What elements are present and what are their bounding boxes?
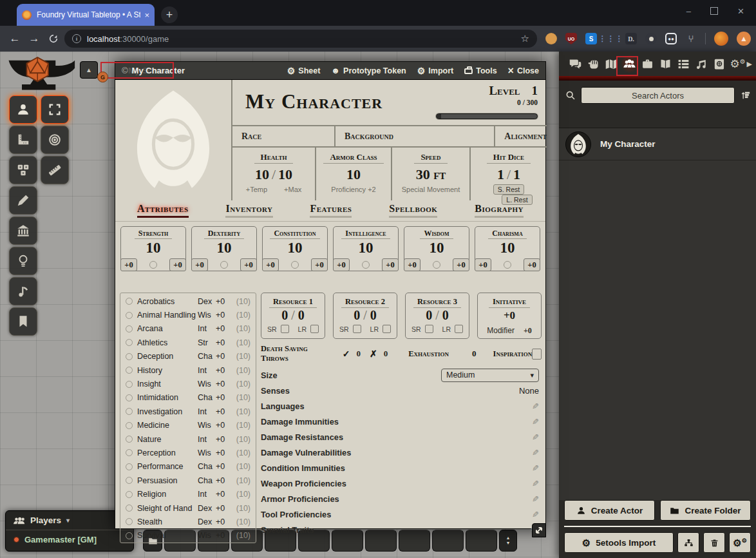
tab-playlists[interactable] [693, 54, 711, 73]
sheet-tab[interactable]: Inventory [225, 203, 272, 221]
drawing-tools-button[interactable] [9, 186, 37, 215]
5etools-import-button[interactable]: ⚙ 5etools Import [564, 532, 674, 553]
level-value[interactable]: 1 [532, 84, 538, 97]
skill-proficiency-radio[interactable] [126, 532, 133, 539]
save-proficiency-radio[interactable] [220, 261, 228, 269]
sheet-window-button[interactable]: Sheet [287, 66, 321, 76]
ability-score[interactable]: 10 [192, 240, 256, 255]
token-controls-button[interactable] [9, 95, 37, 124]
darkreader-extension-icon[interactable]: D. [625, 33, 637, 44]
skill-proficiency-radio[interactable] [126, 422, 133, 429]
sheet-window-button[interactable]: Close [508, 65, 539, 77]
tab-compendium[interactable] [711, 54, 729, 73]
death-failure-count[interactable]: 0 [384, 349, 388, 359]
skill-proficiency-radio[interactable] [126, 298, 133, 305]
window-minimize-icon[interactable]: – [686, 6, 691, 16]
delete-button[interactable] [703, 532, 725, 553]
skill-proficiency-radio[interactable] [126, 367, 133, 374]
create-actor-button[interactable]: Create Actor [564, 500, 655, 521]
browser-tab[interactable]: Foundry Virtual Tabletop • A Stan × [17, 4, 155, 26]
trait-edit-icon[interactable] [532, 432, 539, 442]
create-folder-button[interactable]: Create Folder [660, 500, 751, 521]
trait-edit-icon[interactable] [532, 448, 539, 457]
skill-proficiency-radio[interactable] [126, 325, 133, 332]
skill-proficiency-radio[interactable] [126, 477, 133, 484]
long-rest-checkbox[interactable] [310, 325, 319, 333]
window-close-icon[interactable]: ✕ [737, 6, 744, 16]
character-name-field[interactable]: My Character [245, 90, 383, 113]
ublock-shield-icon[interactable]: UO [565, 33, 577, 44]
reload-icon[interactable] [44, 34, 63, 44]
ability-score[interactable]: 10 [121, 240, 185, 255]
health-sub[interactable]: +Temp+Max [232, 186, 315, 193]
skill-proficiency-radio[interactable] [126, 394, 133, 401]
ac-value[interactable]: 10 [316, 166, 391, 183]
save-proficiency-radio[interactable] [149, 261, 157, 269]
resource-value[interactable]: 0/0 [334, 308, 397, 322]
skill-row[interactable]: Insight Wis +0 (10) [120, 377, 256, 390]
initiative-modifier[interactable]: Modifier+0 [478, 326, 541, 336]
ability-score[interactable]: 10 [334, 240, 398, 255]
tab-combat[interactable] [585, 54, 603, 73]
skill-row[interactable]: Sleight of Hand Dex +0 (10) [120, 501, 256, 515]
resource-value[interactable]: 0/0 [406, 308, 469, 322]
tab-journal[interactable] [657, 54, 675, 73]
ability-score[interactable]: 10 [475, 240, 540, 255]
wall-controls-button[interactable] [9, 216, 37, 245]
detail-field[interactable]: Alignment [494, 126, 547, 146]
trait-value[interactable]: None [519, 386, 539, 396]
tab-chat[interactable] [567, 54, 585, 73]
skill-proficiency-radio[interactable] [126, 449, 133, 456]
long-rest-checkbox[interactable] [455, 325, 463, 333]
skill-proficiency-radio[interactable] [126, 381, 133, 388]
short-rest-button[interactable]: S. Rest [493, 184, 524, 195]
save-proficiency-radio[interactable] [433, 261, 440, 269]
select-tokens-button[interactable] [41, 95, 69, 124]
speed-sub[interactable]: Special Movement [392, 186, 469, 193]
target-template-button[interactable] [41, 126, 69, 154]
folder-tree-button[interactable] [677, 532, 699, 553]
ability-name[interactable]: Dexterity [204, 228, 244, 239]
death-success-icon[interactable]: ✓ [343, 349, 350, 359]
skill-row[interactable]: Persuasion Cha +0 (10) [120, 474, 256, 487]
inspiration-checkbox[interactable] [532, 349, 542, 360]
address-bar[interactable]: i localhost :30000/game ☆ [64, 30, 537, 48]
death-failure-icon[interactable]: ✗ [370, 349, 377, 359]
initiative-value[interactable]: +0 [478, 310, 541, 322]
sheet-tab[interactable]: Attributes [137, 203, 189, 221]
speed-value[interactable]: 30 ft [392, 166, 469, 183]
skill-row[interactable]: History Int +0 (10) [120, 363, 256, 377]
skill-row[interactable]: Arcana Int +0 (10) [120, 322, 256, 336]
sheet-tab[interactable]: Features [310, 203, 352, 221]
skill-proficiency-radio[interactable] [126, 463, 133, 470]
save-proficiency-radio[interactable] [504, 261, 511, 269]
cookie-extension-icon[interactable] [545, 33, 557, 44]
sidebar-expand-icon[interactable]: ▶ [747, 60, 752, 68]
skill-proficiency-radio[interactable] [126, 436, 133, 443]
trait-edit-icon[interactable] [532, 401, 539, 411]
skill-proficiency-radio[interactable] [126, 339, 133, 346]
eye-extension-icon[interactable] [645, 33, 657, 44]
xp-text[interactable]: 0 / 300 [489, 99, 538, 106]
skill-proficiency-radio[interactable] [126, 491, 133, 498]
skill-row[interactable]: Stealth Dex +0 (10) [120, 515, 256, 528]
actor-row[interactable]: My Character [559, 128, 756, 160]
back-icon[interactable]: ← [5, 32, 24, 45]
profile-avatar[interactable] [714, 32, 728, 46]
trait-edit-icon[interactable] [532, 417, 539, 427]
initiative-label[interactable]: Initiative [489, 297, 530, 308]
skill-row[interactable]: Athletics Str +0 (10) [120, 336, 256, 349]
ability-score[interactable]: 10 [404, 240, 469, 255]
skill-row[interactable]: Acrobatics Dex +0 (10) [120, 294, 256, 308]
hit-dice-value[interactable]: 1/1 [471, 166, 547, 183]
resource-value[interactable]: 0/0 [261, 308, 325, 322]
tab-tables[interactable] [675, 54, 693, 73]
sort-icon[interactable] [740, 90, 751, 101]
ability-name[interactable]: Charisma [488, 228, 526, 239]
skill-proficiency-radio[interactable] [126, 312, 133, 319]
skill-row[interactable]: Intimidation Cha +0 (10) [120, 391, 256, 405]
skill-row[interactable]: Deception Cha +0 (10) [120, 350, 256, 363]
skill-row[interactable]: Survival Wis +0 (10) [120, 529, 256, 543]
trait-edit-icon[interactable] [532, 479, 539, 488]
tab-actors[interactable] [621, 54, 639, 73]
